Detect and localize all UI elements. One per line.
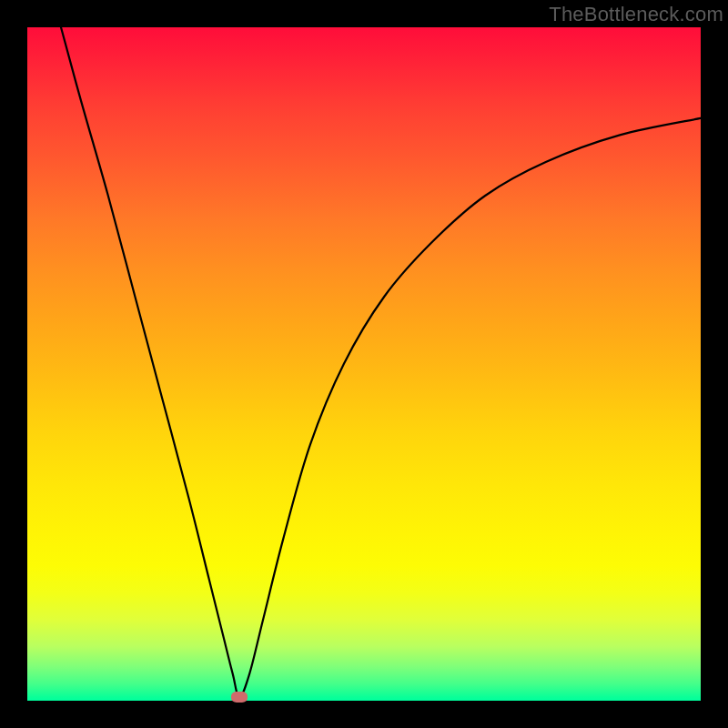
minimum-marker (231, 692, 248, 703)
bottleneck-curve (27, 27, 701, 701)
plot-area (27, 27, 701, 701)
chart-frame: TheBottleneck.com (0, 0, 728, 728)
watermark-text: TheBottleneck.com (549, 3, 723, 26)
